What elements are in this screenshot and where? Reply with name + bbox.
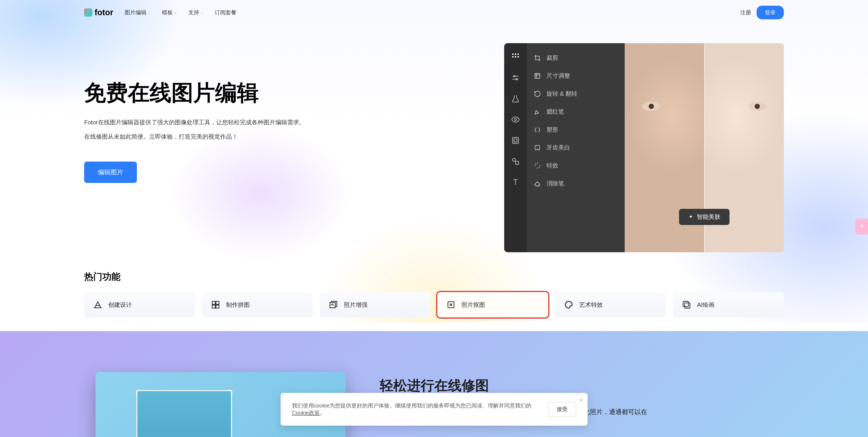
section2-title: 轻松进行在线修图 (380, 376, 784, 395)
svg-rect-21 (212, 305, 215, 308)
svg-point-5 (517, 56, 519, 58)
login-button[interactable]: 登录 (756, 6, 784, 19)
collage-icon (211, 300, 220, 309)
svg-point-9 (516, 78, 518, 80)
svg-rect-20 (216, 301, 219, 304)
resize-icon (534, 72, 541, 79)
svg-rect-22 (216, 305, 219, 308)
text-icon[interactable] (511, 178, 520, 187)
hero-title: 免费在线图片编辑 (84, 79, 491, 106)
hero-section: 免费在线图片编辑 Fotor在线图片编辑器提供了强大的图像处理工具，让您轻松完成… (0, 25, 868, 261)
reshape-icon (534, 126, 541, 133)
tool-item-blush[interactable]: 腮红笔 (527, 103, 625, 121)
nav-item-edit[interactable]: 图片编辑 ⌄ (125, 9, 151, 16)
svg-point-2 (517, 54, 519, 55)
svg-rect-26 (685, 303, 690, 308)
feature-cutout[interactable]: 照片抠图 (437, 292, 548, 317)
blush-icon (534, 108, 541, 115)
header: fotor 图片编辑 ⌄ 模板 ⌄ 支持 ⌄ 订阅套餐 注册 登录 (0, 0, 868, 25)
eraser-icon (534, 180, 541, 187)
frame-icon[interactable] (511, 136, 520, 145)
grid-icon[interactable] (511, 52, 520, 61)
hero-desc-1: Fotor在线图片编辑器提供了强大的图像处理工具，让您轻松完成各种图片编辑需求。 (84, 117, 491, 128)
flask-icon[interactable] (511, 94, 520, 103)
tool-list: 裁剪 尺寸调整 旋转 & 翻转 腮红笔 塑形 牙齿美白 (527, 43, 625, 252)
svg-point-3 (512, 56, 514, 58)
hero-desc-2: 在线修图从未如此简便。立即体验，打造完美的视觉作品！ (84, 131, 491, 142)
tool-item-reshape[interactable]: 塑形 (527, 121, 625, 139)
feature-enhance[interactable]: 照片增强 (320, 292, 431, 317)
tool-item-eraser[interactable]: 消除笔 (527, 174, 625, 193)
nav-item-templates[interactable]: 模板 ⌄ (162, 9, 177, 16)
design-icon (93, 300, 102, 309)
svg-rect-12 (514, 139, 517, 142)
svg-point-4 (515, 56, 517, 58)
tool-item-effects[interactable]: 特效 (527, 157, 625, 174)
svg-rect-19 (212, 301, 215, 304)
nav-item-subscribe[interactable]: 订阅套餐 (215, 9, 237, 16)
features-title: 热门功能 (0, 261, 868, 292)
preview-image: 智能美肤 (625, 43, 784, 252)
art-icon (564, 300, 573, 309)
svg-rect-17 (535, 73, 539, 78)
eye-icon[interactable] (511, 115, 520, 124)
feature-art-effects[interactable]: 艺术特效 (555, 292, 666, 317)
editor-preview: 裁剪 尺寸调整 旋转 & 翻转 腮红笔 塑形 牙齿美白 (504, 43, 784, 252)
logo-text: fotor (95, 8, 113, 17)
svg-point-0 (512, 54, 514, 55)
teeth-icon (534, 144, 541, 152)
features-grid: 创建设计 制作拼图 照片增强 照片抠图 艺术特效 AI绘画 (0, 292, 868, 331)
svg-point-1 (515, 54, 517, 55)
crop-icon (534, 54, 541, 62)
tool-item-crop[interactable]: 裁剪 (527, 49, 625, 67)
tool-item-resize[interactable]: 尺寸调整 (527, 67, 625, 85)
enhance-icon (329, 300, 338, 309)
svg-rect-14 (516, 161, 519, 164)
svg-point-7 (514, 75, 515, 77)
chevron-down-icon: ⌄ (148, 11, 151, 14)
edit-image-button[interactable]: 编辑图片 (84, 162, 137, 183)
close-button[interactable]: × (579, 397, 583, 404)
signup-link[interactable]: 注册 (740, 9, 751, 16)
cookie-policy-link[interactable]: Cookie政策 (292, 410, 320, 416)
cookie-banner: × 我们使用cookie为您提供更好的用户体验。继续使用我们的服务即视为您已阅读… (281, 393, 588, 426)
svg-rect-11 (513, 137, 519, 144)
logo[interactable]: fotor (84, 8, 113, 17)
tool-sidebar (504, 43, 527, 252)
accept-button[interactable]: 接受 (548, 402, 576, 416)
feature-collage[interactable]: 制作拼图 (202, 292, 313, 317)
crop-frame[interactable] (136, 390, 232, 437)
cookie-text: 我们使用cookie为您提供更好的用户体验。继续使用我们的服务即视为您已阅读、理… (292, 402, 539, 416)
smart-skin-button[interactable]: 智能美肤 (679, 209, 730, 225)
fab-button[interactable] (855, 218, 868, 235)
effects-icon (534, 162, 541, 169)
svg-point-13 (513, 158, 516, 161)
shapes-icon[interactable] (511, 157, 520, 166)
chevron-down-icon: ⌄ (200, 11, 203, 14)
logo-icon (84, 8, 92, 16)
tool-item-rotate[interactable]: 旋转 & 翻转 (527, 85, 625, 103)
feature-ai-paint[interactable]: AI绘画 (673, 292, 784, 317)
svg-point-10 (515, 119, 517, 121)
tool-item-teeth[interactable]: 牙齿美白 (527, 139, 625, 157)
main-nav: 图片编辑 ⌄ 模板 ⌄ 支持 ⌄ 订阅套餐 (125, 9, 237, 16)
nav-item-support[interactable]: 支持 ⌄ (188, 9, 203, 16)
chevron-down-icon: ⌄ (174, 11, 177, 14)
svg-rect-25 (683, 301, 688, 307)
feature-create-design[interactable]: 创建设计 (84, 292, 195, 317)
cutout-icon (446, 300, 456, 309)
sparkle-icon (688, 214, 693, 220)
sliders-icon[interactable] (511, 73, 520, 82)
rotate-icon (534, 90, 541, 98)
ai-icon (682, 300, 691, 309)
svg-rect-23 (330, 302, 335, 308)
